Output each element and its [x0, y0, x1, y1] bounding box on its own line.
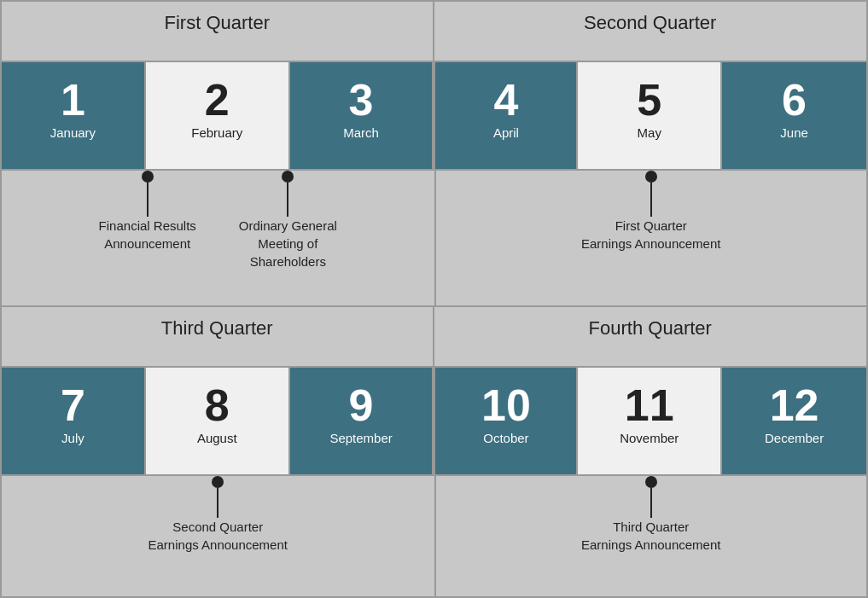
top-months-row: 1 January 2 February 3 March 4 April 5 M…	[2, 61, 866, 171]
event-line-q1-earnings	[650, 183, 652, 217]
month-mar: 3 March	[290, 62, 434, 170]
month-number-6: 6	[729, 78, 859, 122]
event-text-q2-earnings: Second QuarterEarnings Announcement	[149, 518, 288, 554]
month-name-sep: September	[297, 431, 426, 445]
event-dot-ogm	[282, 171, 294, 183]
event-text-q1-earnings: First QuarterEarnings Announcement	[581, 217, 720, 253]
month-aug: 8 August	[146, 368, 290, 475]
month-name-mar: March	[297, 125, 426, 140]
month-name-jan: January	[9, 125, 137, 140]
month-number-7: 7	[9, 383, 137, 427]
event-text-financial: Financial ResultsAnnouncement	[99, 217, 196, 253]
event-dot-q3-earnings	[645, 476, 657, 488]
top-events-row: Financial ResultsAnnouncement Ordinary G…	[2, 171, 866, 307]
event-text-ogm: Ordinary GeneralMeeting ofShareholders	[239, 217, 337, 270]
month-number-4: 4	[442, 78, 569, 122]
event-q2-earnings: Second QuarterEarnings Announcement	[149, 476, 288, 554]
month-sep: 9 September	[290, 368, 434, 475]
event-ogm: Ordinary GeneralMeeting ofShareholders	[239, 171, 337, 270]
q2-header: Second Quarter	[434, 2, 867, 61]
event-line-financial	[147, 183, 149, 217]
bottom-events-row: Second QuarterEarnings Announcement Thir…	[2, 476, 866, 596]
event-line-ogm	[287, 183, 288, 217]
month-name-dec: December	[729, 431, 859, 445]
event-dot-q1-earnings	[645, 171, 657, 183]
month-name-apr: April	[442, 125, 569, 140]
month-name-feb: February	[153, 125, 282, 140]
month-jun: 6 June	[722, 62, 866, 170]
month-apr: 4 April	[434, 62, 578, 170]
month-may: 5 May	[578, 62, 722, 170]
month-name-may: May	[585, 125, 714, 140]
month-jan: 1 January	[2, 62, 146, 170]
month-number-3: 3	[297, 78, 426, 122]
q3-events: Second QuarterEarnings Announcement	[2, 476, 434, 596]
month-name-oct: October	[442, 431, 569, 445]
month-dec: 12 December	[722, 368, 866, 475]
month-number-12: 12	[729, 383, 859, 427]
calendar-container: First Quarter Second Quarter 1 January 2…	[0, 0, 868, 598]
event-dot-financial	[142, 171, 154, 183]
bottom-quarter-headers: Third Quarter Fourth Quarter	[2, 307, 866, 366]
event-line-q3-earnings	[650, 488, 652, 518]
month-number-11: 11	[585, 383, 714, 427]
event-q1-earnings: First QuarterEarnings Announcement	[581, 171, 720, 253]
month-number-2: 2	[153, 78, 282, 122]
month-jul: 7 July	[2, 368, 146, 475]
event-text-q3-earnings: Third QuarterEarnings Announcement	[581, 518, 720, 554]
month-number-10: 10	[442, 383, 569, 427]
event-q3-earnings: Third QuarterEarnings Announcement	[581, 476, 720, 554]
q3-label: Third Quarter	[161, 317, 273, 339]
month-name-nov: November	[585, 431, 714, 445]
q1-events: Financial ResultsAnnouncement Ordinary G…	[2, 171, 434, 305]
month-name-jun: June	[729, 125, 859, 140]
q1-header: First Quarter	[2, 2, 434, 61]
bottom-months-row: 7 July 8 August 9 September 10 October 1…	[2, 366, 866, 477]
event-financial-results: Financial ResultsAnnouncement	[99, 171, 196, 270]
month-number-9: 9	[297, 383, 426, 427]
month-nov: 11 November	[578, 368, 722, 475]
q3-header: Third Quarter	[2, 307, 434, 366]
month-number-8: 8	[153, 383, 282, 427]
q2-label: Second Quarter	[584, 12, 716, 33]
month-number-1: 1	[9, 78, 137, 122]
q1-label: First Quarter	[165, 12, 270, 33]
month-feb: 2 February	[146, 62, 290, 170]
q4-events: Third QuarterEarnings Announcement	[434, 476, 867, 596]
q4-label: Fourth Quarter	[589, 317, 712, 339]
top-quarter-headers: First Quarter Second Quarter	[2, 2, 866, 61]
month-name-aug: August	[153, 431, 282, 445]
month-name-jul: July	[9, 431, 137, 445]
q4-header: Fourth Quarter	[434, 307, 867, 366]
event-dot-q2-earnings	[212, 476, 224, 488]
q2-events: First QuarterEarnings Announcement	[434, 171, 867, 305]
event-line-q2-earnings	[217, 488, 218, 518]
month-number-5: 5	[585, 78, 714, 122]
month-oct: 10 October	[434, 368, 578, 475]
